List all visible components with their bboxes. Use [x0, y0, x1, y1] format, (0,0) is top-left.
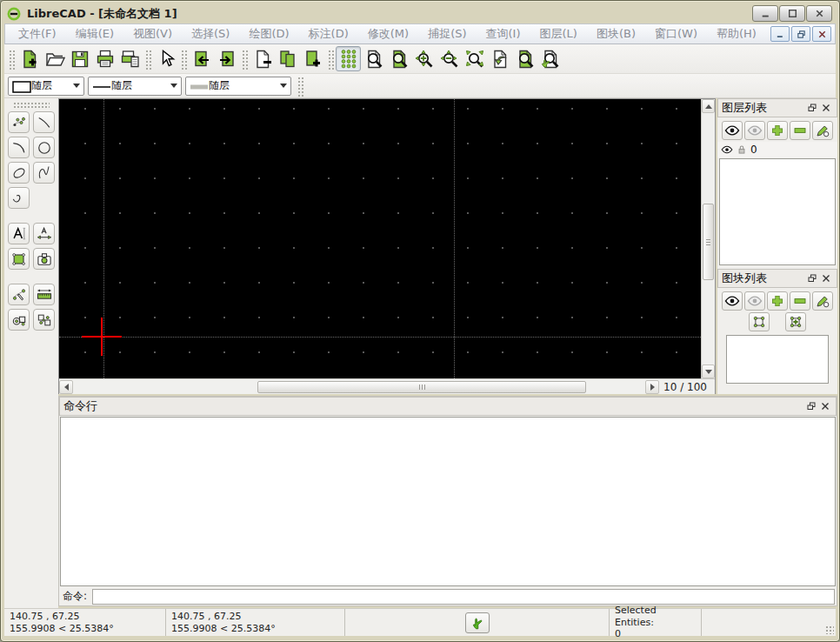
menu-item-1[interactable]: 编辑(E): [66, 23, 123, 44]
dimension-button[interactable]: [33, 223, 55, 244]
toolbar-drag-handle[interactable]: [180, 49, 187, 70]
add-layer-button[interactable]: [767, 121, 788, 140]
zoom-window-button[interactable]: [386, 46, 411, 71]
zoom-pan-button[interactable]: [537, 46, 563, 71]
circle-button[interactable]: [33, 137, 55, 158]
polyline-button[interactable]: [8, 187, 30, 209]
vertical-scroll-thumb[interactable]: [703, 204, 714, 280]
close-panel-button[interactable]: [818, 399, 832, 413]
remove-layer-button[interactable]: [790, 121, 810, 140]
scroll-left-button[interactable]: [59, 380, 73, 394]
select-cursor-button[interactable]: [153, 46, 178, 71]
block-list[interactable]: [726, 335, 829, 384]
menu-item-4[interactable]: 绘图(D): [239, 23, 298, 44]
mdi-close-button[interactable]: [812, 26, 831, 42]
library-button[interactable]: [33, 309, 55, 331]
scroll-right-button[interactable]: [645, 380, 659, 394]
layer-row[interactable]: 0: [717, 142, 837, 157]
edit-layer-attributes-button[interactable]: [812, 121, 833, 140]
previous-view-button[interactable]: [487, 46, 512, 71]
image-button[interactable]: [33, 248, 55, 270]
hatch-button[interactable]: [8, 248, 30, 270]
redo-button[interactable]: [214, 46, 239, 71]
float-panel-button[interactable]: [805, 101, 819, 115]
hide-all-blocks-button[interactable]: [744, 291, 765, 311]
undo-button[interactable]: [189, 46, 214, 71]
scroll-down-button[interactable]: [702, 364, 715, 378]
menu-item-12[interactable]: 帮助(H): [707, 23, 766, 44]
resize-grip[interactable]: [825, 625, 834, 634]
point-button[interactable]: [8, 111, 30, 133]
layer-list[interactable]: [719, 158, 836, 265]
save-file-button[interactable]: [67, 46, 92, 71]
select-hand-button[interactable]: [465, 612, 490, 633]
toolbar-drag-handle[interactable]: [8, 49, 15, 70]
copy-button[interactable]: [275, 46, 300, 71]
zoom-in-button[interactable]: [411, 46, 437, 71]
block-button[interactable]: [8, 309, 30, 331]
color-swatch-combo[interactable]: 随层: [8, 77, 84, 96]
edit-block-attributes-button[interactable]: [812, 291, 833, 311]
drawing-canvas[interactable]: [59, 99, 701, 378]
toolbar-drag-handle[interactable]: [144, 49, 151, 70]
measure-button[interactable]: [33, 284, 55, 305]
open-file-button[interactable]: [42, 46, 67, 71]
menu-item-10[interactable]: 图块(B): [587, 23, 645, 44]
toolbar-drag-handle[interactable]: [327, 49, 334, 70]
arc-button[interactable]: [8, 137, 30, 158]
float-panel-button[interactable]: [805, 271, 819, 285]
maximize-button[interactable]: [779, 5, 805, 22]
minimize-button[interactable]: [752, 5, 778, 22]
mdi-restore-button[interactable]: [791, 26, 810, 42]
close-button[interactable]: [806, 5, 832, 22]
menu-item-7[interactable]: 捕捉(S): [418, 23, 476, 44]
ellipse-button[interactable]: [8, 162, 30, 184]
auto-zoom-button[interactable]: [462, 46, 487, 71]
remove-block-button[interactable]: [790, 291, 810, 311]
menu-item-9[interactable]: 图层(L): [530, 23, 587, 44]
new-file-button[interactable]: [17, 46, 42, 71]
command-input[interactable]: [92, 589, 835, 605]
menu-item-0[interactable]: 文件(F): [9, 23, 66, 44]
layer-lock-icon[interactable]: [736, 144, 748, 156]
show-all-blocks-button[interactable]: [722, 291, 743, 311]
close-panel-button[interactable]: [819, 101, 833, 115]
edit-block-button[interactable]: [749, 312, 770, 331]
print-button[interactable]: [92, 46, 117, 71]
mdi-minimize-button[interactable]: [770, 26, 790, 42]
line-type-combo[interactable]: 随层: [88, 77, 182, 96]
vertical-scroll-track[interactable]: [702, 113, 715, 364]
add-block-button[interactable]: [767, 291, 788, 311]
menu-item-2[interactable]: 视图(V): [123, 23, 182, 44]
toolbar-drag-handle[interactable]: [241, 49, 248, 70]
menu-item-3[interactable]: 选择(S): [182, 23, 239, 44]
menu-item-8[interactable]: 查询(I): [477, 23, 530, 44]
text-button[interactable]: [8, 223, 30, 244]
horizontal-scrollbar[interactable]: [59, 379, 659, 395]
float-panel-button[interactable]: [804, 399, 818, 413]
modify-button[interactable]: [8, 284, 30, 305]
menu-item-11[interactable]: 窗口(W): [645, 23, 707, 44]
insert-block-button[interactable]: [785, 312, 806, 331]
cut-button[interactable]: [250, 46, 275, 71]
layer-visible-icon[interactable]: [721, 144, 733, 156]
scroll-up-button[interactable]: [702, 99, 715, 113]
vertical-scrollbar[interactable]: [701, 99, 715, 378]
menu-item-6[interactable]: 修改(M): [358, 23, 418, 44]
line-button[interactable]: [33, 111, 55, 133]
show-all-layers-button[interactable]: [722, 121, 743, 140]
spline-button[interactable]: [33, 162, 55, 184]
horizontal-scroll-track[interactable]: [73, 380, 645, 394]
close-panel-button[interactable]: [819, 271, 833, 285]
print-preview-button[interactable]: [117, 46, 143, 71]
toolbar-drag-handle[interactable]: [13, 102, 50, 108]
line-width-combo[interactable]: 随层: [185, 77, 291, 96]
paste-button[interactable]: [300, 46, 325, 71]
zoom-out-button[interactable]: [437, 46, 462, 71]
zoom-select-button[interactable]: [512, 46, 537, 71]
menu-item-5[interactable]: 标注(D): [299, 23, 358, 44]
grid-toggle-button[interactable]: [336, 46, 361, 71]
redraw-button[interactable]: [361, 46, 386, 71]
horizontal-scroll-thumb[interactable]: [257, 381, 586, 393]
hide-all-layers-button[interactable]: [744, 121, 765, 140]
